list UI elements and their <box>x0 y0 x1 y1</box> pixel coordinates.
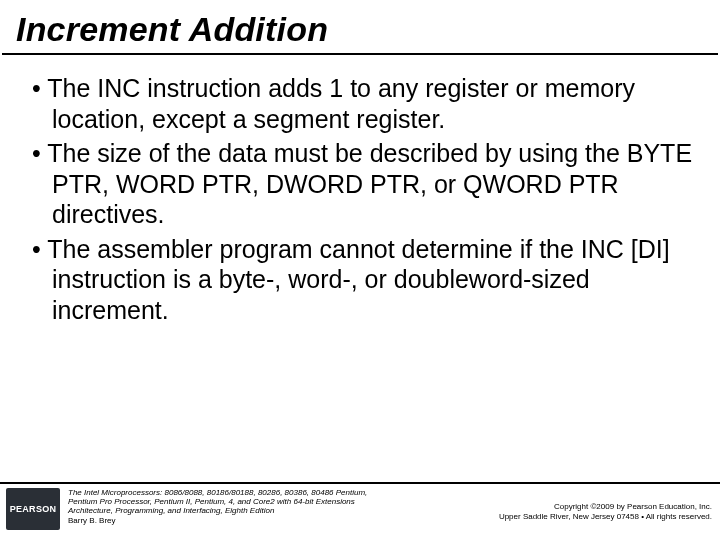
slide-title: Increment Addition <box>0 0 720 51</box>
list-item: The INC instruction adds 1 to any regist… <box>24 73 696 134</box>
footer-line: The Intel Microprocessors: 8086/8088, 80… <box>68 488 491 497</box>
slide-body: The INC instruction adds 1 to any regist… <box>0 55 720 325</box>
bullet-list: The INC instruction adds 1 to any regist… <box>24 73 696 325</box>
copyright-line: Copyright ©2009 by Pearson Education, In… <box>499 502 712 512</box>
copyright-line: Upper Saddle River, New Jersey 07458 • A… <box>499 512 712 522</box>
list-item: The size of the data must be described b… <box>24 138 696 230</box>
footer-citation: The Intel Microprocessors: 8086/8088, 80… <box>68 488 491 525</box>
list-item: The assembler program cannot determine i… <box>24 234 696 326</box>
slide: Increment Addition The INC instruction a… <box>0 0 720 540</box>
pearson-logo: PEARSON <box>6 488 60 530</box>
footer-line: Pentium Pro Processor, Pentium II, Penti… <box>68 497 491 506</box>
footer: PEARSON The Intel Microprocessors: 8086/… <box>0 482 720 540</box>
footer-copyright: Copyright ©2009 by Pearson Education, In… <box>499 488 712 521</box>
footer-author: Barry B. Brey <box>68 516 491 525</box>
footer-line: Architecture, Programming, and Interfaci… <box>68 506 491 515</box>
